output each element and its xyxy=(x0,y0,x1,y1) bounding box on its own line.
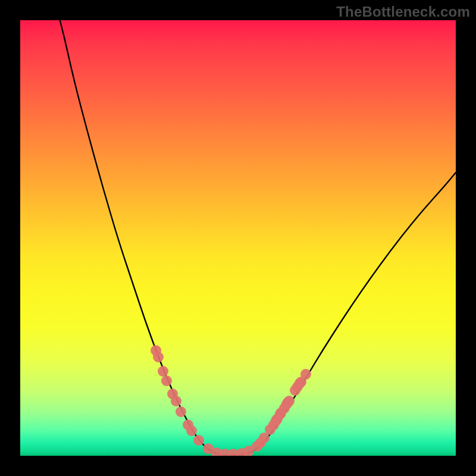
scatter-point xyxy=(275,409,286,419)
watermark-text: TheBottleneck.com xyxy=(336,4,470,20)
scatter-point xyxy=(300,369,311,380)
curve-path xyxy=(54,20,456,455)
scatter-point xyxy=(161,375,172,386)
chart-svg xyxy=(20,20,456,456)
scatter-point xyxy=(193,435,204,446)
scatter-point xyxy=(268,419,279,430)
scatter-point xyxy=(186,425,197,436)
scatter-point xyxy=(158,366,168,377)
chart-frame: TheBottleneck.com xyxy=(0,0,476,476)
scatter-point xyxy=(176,406,186,417)
scatter-point xyxy=(153,352,164,362)
scatter-point xyxy=(171,396,181,406)
plot-area xyxy=(20,20,456,456)
